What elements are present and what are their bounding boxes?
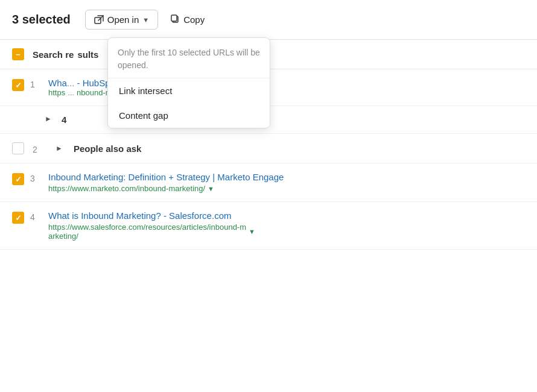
people-ask-label: People also ask bbox=[74, 144, 142, 154]
open-in-dropdown: Only the first 10 selected URLs will be … bbox=[107, 37, 270, 128]
result-row-3: ✓ 3 Inbound Marketing: Definition + Stra… bbox=[0, 163, 537, 202]
checkbox-4[interactable]: ✓ bbox=[12, 212, 24, 224]
title-text-1: Wha bbox=[48, 78, 67, 88]
row-url-3: https://www.marketo.com/inbound-marketin… bbox=[48, 184, 525, 193]
url-text-3: https://www.marketo.com/inbound-marketin… bbox=[48, 184, 205, 193]
sub-count: 4 bbox=[62, 115, 66, 125]
row-number-4: 4 bbox=[30, 212, 42, 222]
dropdown-tooltip: Only the first 10 selected URLs will be … bbox=[108, 38, 270, 78]
url-chevron-3[interactable]: ▼ bbox=[208, 185, 214, 192]
copy-icon bbox=[170, 14, 180, 25]
row-number-3: 3 bbox=[30, 174, 42, 183]
copy-label: Copy bbox=[183, 14, 205, 25]
section-label: Search re bbox=[33, 49, 74, 60]
open-in-button[interactable]: Open in ▼ bbox=[85, 10, 158, 30]
minus-checkbox[interactable]: − bbox=[12, 48, 24, 60]
url-text-4: https://www.salesforce.com/resources/art… bbox=[48, 223, 246, 241]
row-title-4[interactable]: What is Inbound Marketing? - Salesforce.… bbox=[48, 210, 525, 221]
content-gap-label: Content gap bbox=[119, 110, 168, 121]
link-intersect-label: Link intersect bbox=[119, 86, 172, 96]
selected-count: 3 selected bbox=[12, 13, 71, 27]
chevron-down-icon: ▼ bbox=[142, 16, 149, 24]
toolbar: 3 selected Open in ▼ Copy Only the first… bbox=[0, 0, 537, 40]
content-gap-item[interactable]: Content gap bbox=[108, 103, 270, 128]
url-chevron-4[interactable]: ▼ bbox=[249, 228, 255, 235]
expand-icon[interactable]: ► bbox=[45, 115, 52, 123]
open-in-label: Open in bbox=[107, 14, 139, 25]
link-intersect-item[interactable]: Link intersect bbox=[108, 78, 270, 103]
open-in-icon bbox=[94, 15, 104, 25]
checkbox-3[interactable]: ✓ bbox=[12, 173, 24, 185]
checkbox-2[interactable] bbox=[12, 142, 24, 154]
copy-button[interactable]: Copy bbox=[168, 10, 207, 30]
expand-people-ask[interactable]: ► bbox=[56, 144, 63, 153]
row-number-1: 1 bbox=[30, 80, 42, 89]
row-content-4: What is Inbound Marketing? - Salesforce.… bbox=[48, 210, 525, 241]
checkbox-1[interactable]: ✓ bbox=[12, 79, 24, 91]
row-number-2: 2 bbox=[33, 145, 45, 154]
url-text-1: https bbox=[48, 88, 65, 97]
svg-rect-2 bbox=[171, 15, 177, 21]
row-content-3: Inbound Marketing: Definition + Strategy… bbox=[48, 172, 525, 193]
section-label-rest: sults bbox=[77, 49, 98, 60]
row-url-4: https://www.salesforce.com/resources/art… bbox=[48, 223, 525, 241]
row-title-3[interactable]: Inbound Marketing: Definition + Strategy… bbox=[48, 172, 525, 182]
result-row-4: ✓ 4 What is Inbound Marketing? - Salesfo… bbox=[0, 202, 537, 250]
people-ask-row: 2 ► People also ask bbox=[0, 134, 537, 163]
